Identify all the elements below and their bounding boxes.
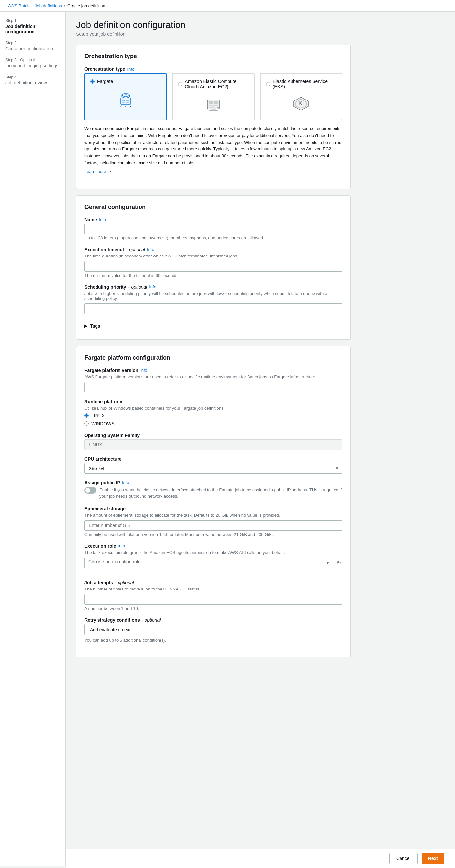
page-subtitle: Setup your job definition [76, 32, 351, 37]
priority-optional: - optional [128, 284, 148, 290]
priority-info-link[interactable]: Info [149, 284, 156, 289]
runtime-windows-radio[interactable] [85, 421, 89, 426]
ec2-icon [203, 93, 224, 114]
priority-section: Scheduling priority - optional Info Jobs… [85, 284, 343, 314]
tags-arrow-icon: ▶ [85, 324, 87, 329]
os-family-label: Operating System Family [85, 433, 343, 438]
priority-hint: Jobs with higher scheduling priority wil… [85, 291, 343, 301]
svg-rect-12 [209, 101, 213, 104]
fargate-config-card: Fargate platform configuration Fargate p… [76, 346, 351, 657]
svg-text:K: K [298, 100, 302, 106]
exec-role-section: Execution role Info The task execution r… [85, 544, 343, 574]
fargate-version-hint: AWS Fargate platform versions are used t… [85, 374, 343, 379]
toggle-slider [85, 487, 96, 494]
job-attempts-constraint: A number between 1 and 10. [85, 606, 343, 611]
sidebar-step2-title: Container configuration [5, 46, 60, 51]
exec-role-label: Execution role Info [85, 544, 343, 549]
runtime-linux-radio[interactable] [85, 413, 89, 418]
learn-more-link[interactable]: Learn more [85, 169, 106, 174]
sidebar-step3-title: Linux and logging settings [5, 63, 60, 68]
timeout-info-link[interactable]: Info [147, 247, 154, 252]
assign-ip-toggle[interactable] [85, 487, 96, 494]
orchestration-eks-card[interactable]: Elastic Kubernetes Service (EKS) K [260, 73, 343, 120]
timeout-hint: The time duration (in seconds) after whi… [85, 253, 343, 258]
ephemeral-label: Ephemeral storage [85, 506, 343, 512]
job-attempts-label: Job attempts - optional [85, 580, 343, 585]
svg-rect-1 [123, 99, 125, 101]
timeout-input[interactable]: 60 [85, 261, 343, 272]
tags-toggle[interactable]: ▶ Tags [85, 320, 343, 331]
orchestration-ec2-card[interactable]: Amazon Elastic Compute Cloud (Amazon EC2… [172, 73, 254, 120]
retry-section: Retry strategy conditions - optional Add… [85, 617, 343, 643]
next-button[interactable]: Next [422, 853, 445, 864]
sidebar-step3-label: Step 3 - Optional [5, 58, 60, 62]
orchestration-options: Fargate [85, 73, 343, 120]
os-family-section: Operating System Family LINUX [85, 433, 343, 450]
orch-ec2-label: Amazon Elastic Compute Cloud (Amazon EC2… [185, 79, 249, 89]
svg-point-18 [217, 107, 219, 109]
svg-rect-3 [123, 102, 125, 103]
svg-rect-17 [209, 110, 218, 111]
orch-eks-radio[interactable] [266, 82, 270, 86]
footer: Cancel Next [66, 848, 455, 866]
orch-fargate-header: Fargate [90, 79, 161, 84]
runtime-radio-group: LINUX WINDOWS [85, 413, 343, 426]
svg-rect-14 [209, 105, 218, 106]
cpu-arch-select-wrapper: X86_64 ARM64 ▼ [85, 463, 343, 473]
general-card-title: General configuration [85, 204, 343, 211]
add-evaluate-on-exit-button[interactable]: Add evaluate on exit [85, 624, 137, 635]
name-hint: Up to 128 letters (uppercase and lowerca… [85, 236, 343, 240]
breadcrumb-sep2: › [64, 4, 65, 8]
job-attempts-section: Job attempts - optional The number of ti… [85, 580, 343, 611]
name-info-link[interactable]: Info [99, 217, 106, 222]
orch-fargate-radio[interactable] [90, 80, 95, 84]
exec-role-row: ▼ ↻ [85, 558, 343, 568]
orchestration-fargate-card[interactable]: Fargate [85, 73, 167, 120]
runtime-windows-option[interactable]: WINDOWS [85, 421, 343, 426]
priority-label: Scheduling priority - optional Info [85, 284, 343, 290]
job-attempts-hint: The number of times to move a job to the… [85, 587, 343, 591]
cpu-arch-select[interactable]: X86_64 ARM64 [85, 463, 343, 473]
exec-role-refresh-button[interactable]: ↻ [335, 558, 343, 567]
exec-role-select[interactable] [85, 558, 333, 568]
job-attempts-input[interactable]: 1 [85, 594, 343, 604]
svg-line-9 [130, 106, 131, 107]
orchestration-info-link[interactable]: Info [127, 67, 134, 71]
priority-input[interactable]: 1 [85, 304, 343, 314]
breadcrumb-current: Create job definition [67, 3, 105, 8]
retry-label: Retry strategy conditions - optional [85, 617, 343, 623]
orch-ec2-radio[interactable] [178, 82, 182, 86]
exec-role-info-link[interactable]: Info [118, 544, 125, 549]
svg-rect-4 [126, 102, 129, 103]
fargate-version-input[interactable]: LATEST [85, 382, 343, 393]
ephemeral-input[interactable] [85, 520, 343, 531]
fargate-version-label: Fargate platform version Info [85, 368, 343, 373]
timeout-section: Execution timeout - optional Info The ti… [85, 247, 343, 278]
sidebar-step1-label: Step 1 [5, 19, 60, 23]
fargate-version-info-link[interactable]: Info [140, 368, 148, 373]
general-config-card: General configuration Name Info Up to 12… [76, 195, 351, 340]
assign-ip-label: Assign public IP Info [85, 480, 343, 486]
assign-ip-info-link[interactable]: Info [122, 480, 129, 485]
orchestration-description: We recommend using Fargate in most scena… [85, 125, 343, 166]
fargate-card-title: Fargate platform configuration [85, 354, 343, 361]
timeout-optional: - optional [126, 247, 145, 252]
sidebar-step1-title: Job definition configuration [5, 24, 60, 34]
cancel-button[interactable]: Cancel [389, 853, 418, 864]
orch-fargate-label: Fargate [97, 79, 113, 84]
runtime-linux-option[interactable]: LINUX [85, 413, 343, 418]
breadcrumb-aws-batch[interactable]: AWS Batch [8, 3, 30, 8]
runtime-platform-section: Runtime platform Utilize Linux or Window… [85, 399, 343, 426]
orchestration-card-title: Orchestration type [85, 53, 343, 60]
ephemeral-constraint: Can only be used with platform version 1… [85, 532, 343, 537]
fargate-icon [115, 88, 136, 109]
svg-rect-0 [121, 98, 131, 104]
sidebar-step4: Step 4 Job definition review [5, 75, 60, 85]
fargate-version-section: Fargate platform version Info AWS Fargat… [85, 368, 343, 393]
external-link-icon: ↗ [108, 170, 111, 174]
sidebar-step2: Step 2 Container configuration [5, 41, 60, 51]
name-input[interactable] [85, 224, 343, 234]
svg-point-7 [125, 93, 127, 95]
breadcrumb-job-definitions[interactable]: Job definitions [35, 3, 62, 8]
orchestration-type-section: Orchestration type Info Fargate [85, 66, 343, 174]
